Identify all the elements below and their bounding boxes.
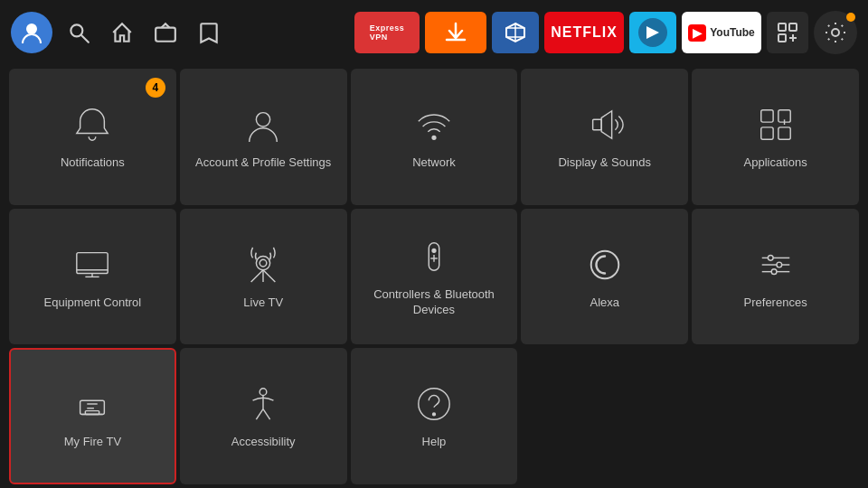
youtube-play-icon: ▶ <box>688 24 706 42</box>
svg-rect-15 <box>760 110 772 122</box>
tile-notifications[interactable]: 4 Notifications <box>9 69 176 205</box>
tile-display-sounds-label: Display & Sounds <box>558 155 651 171</box>
svg-rect-7 <box>789 23 797 31</box>
help-icon <box>412 382 456 426</box>
person-icon <box>241 103 285 146</box>
home-nav-icon[interactable] <box>105 15 139 50</box>
expressvpn-btn[interactable]: ExpressVPN <box>354 12 420 53</box>
settings-btn[interactable] <box>814 11 857 54</box>
svg-point-11 <box>832 29 839 36</box>
tile-my-fire-tv-label: My Fire TV <box>64 435 121 450</box>
watchlist-nav-icon[interactable] <box>192 15 226 50</box>
svg-point-33 <box>777 262 782 267</box>
tile-accessibility[interactable]: Accessibility <box>180 348 347 484</box>
remote-icon <box>412 235 456 278</box>
tile-display-sounds[interactable]: Display & Sounds <box>521 69 688 205</box>
svg-point-25 <box>432 249 436 253</box>
svg-point-32 <box>768 255 773 260</box>
tile-account-profile[interactable]: Account & Profile Settings <box>180 69 347 205</box>
youtube-label: YouTube <box>710 26 755 39</box>
svg-rect-35 <box>80 400 105 414</box>
downloader-btn[interactable] <box>425 12 486 53</box>
tile-controllers-label: Controllers & Bluetooth Devices <box>360 287 509 318</box>
svg-point-40 <box>259 389 267 396</box>
wifi-icon <box>412 103 456 146</box>
kodi-btn[interactable] <box>629 12 676 53</box>
svg-rect-17 <box>760 127 772 139</box>
generic-app-btn[interactable] <box>492 12 539 53</box>
svg-rect-18 <box>778 127 789 139</box>
tile-preferences[interactable]: Preferences <box>692 209 859 345</box>
svg-rect-8 <box>778 34 786 42</box>
tile-preferences-label: Preferences <box>744 296 807 311</box>
avatar-icon[interactable] <box>11 12 52 53</box>
search-nav-icon[interactable] <box>61 15 96 50</box>
svg-rect-14 <box>592 119 601 129</box>
tile-applications-label: Applications <box>744 155 807 171</box>
apps-icon <box>754 103 797 146</box>
tile-account-label: Account & Profile Settings <box>195 155 331 171</box>
alexa-icon <box>583 243 627 286</box>
tile-help-label: Help <box>422 435 447 450</box>
settings-grid: 4 Notifications Account & Profile Settin… <box>0 65 868 488</box>
accessibility-icon <box>241 382 285 426</box>
tile-live-tv-label: Live TV <box>243 296 283 311</box>
settings-notification-dot <box>846 13 855 22</box>
tile-equipment-label: Equipment Control <box>44 296 142 311</box>
svg-line-2 <box>81 35 89 42</box>
sliders-icon <box>754 243 797 286</box>
svg-point-1 <box>71 24 82 36</box>
topbar-left <box>11 12 226 53</box>
svg-point-0 <box>26 23 37 34</box>
tile-network[interactable]: Network <box>351 69 518 205</box>
svg-point-34 <box>771 268 777 274</box>
topbar: ExpressVPN NETFLIX <box>0 0 868 65</box>
bell-icon <box>71 103 114 146</box>
antenna-icon <box>241 243 285 286</box>
grid-apps-btn[interactable] <box>767 12 808 53</box>
speaker-icon <box>583 103 627 146</box>
tile-help[interactable]: Help <box>351 348 518 484</box>
tile-alexa[interactable]: Alexa <box>521 209 688 345</box>
tile-my-fire-tv[interactable]: My Fire TV <box>9 348 176 484</box>
notifications-badge: 4 <box>146 78 165 98</box>
tile-accessibility-label: Accessibility <box>231 435 296 450</box>
svg-point-12 <box>257 113 270 127</box>
tile-notifications-label: Notifications <box>61 155 125 171</box>
monitor-icon <box>71 243 114 286</box>
tile-alexa-label: Alexa <box>590 296 620 311</box>
netflix-btn[interactable]: NETFLIX <box>544 12 624 53</box>
tile-network-label: Network <box>412 155 456 171</box>
tile-controllers-bluetooth[interactable]: Controllers & Bluetooth Devices <box>351 209 518 345</box>
svg-rect-6 <box>778 23 786 31</box>
svg-point-23 <box>259 259 267 267</box>
svg-point-13 <box>432 136 436 139</box>
svg-point-22 <box>257 256 270 269</box>
svg-rect-3 <box>156 28 175 42</box>
svg-point-43 <box>433 413 436 416</box>
firetv-icon <box>71 382 114 426</box>
livetv-nav-icon[interactable] <box>148 15 183 50</box>
app-shortcuts: ExpressVPN NETFLIX <box>354 11 857 54</box>
tile-applications[interactable]: Applications <box>692 69 859 205</box>
youtube-btn[interactable]: ▶ YouTube <box>682 12 761 53</box>
tile-live-tv[interactable]: Live TV <box>180 209 347 345</box>
tile-equipment-control[interactable]: Equipment Control <box>9 209 176 345</box>
